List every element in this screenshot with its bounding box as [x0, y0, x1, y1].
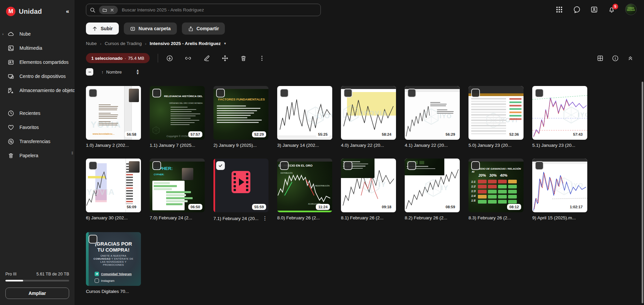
- trash-icon[interactable]: [240, 55, 247, 62]
- notifications-bell-icon[interactable]: 5: [608, 6, 615, 13]
- file-tile[interactable]: 52:29 FACTORES FUNDAMENTALES 2) January …: [213, 86, 268, 148]
- file-tile[interactable]: 58:24 IYOVIA 4.0) January 22 (20...: [341, 86, 396, 148]
- search-scope-chip[interactable]: [99, 6, 118, 14]
- tile-checkbox[interactable]: [535, 161, 544, 170]
- file-tile[interactable]: 56:09 YOVIA 6) January 30 (202...: [86, 159, 141, 221]
- file-tile[interactable]: 08:12 PROMEDIO DE GANANCIAS / RELACIÓN R…: [468, 159, 524, 221]
- sidebar-item-elementos[interactable]: Elementos compartidos: [0, 55, 75, 69]
- tile-checkbox[interactable]: [89, 89, 97, 97]
- file-thumbnail[interactable]: 09:18 IY: [341, 159, 396, 212]
- file-thumbnail[interactable]: 56:58 YOVIAwww.bovedadecu…: [86, 86, 141, 140]
- share-button[interactable]: Compartir: [182, 23, 225, 35]
- file-tile[interactable]: 1:02:17 IYO 9) April 15 (2025).m...: [532, 159, 587, 221]
- file-thumbnail[interactable]: 55:59: [213, 159, 268, 212]
- breadcrumb-parent[interactable]: Cursos de Trading: [105, 41, 142, 46]
- file-thumbnail[interactable]: 52:36 YOVI: [468, 86, 524, 140]
- file-tile[interactable]: 57:57 RELEVANCIA HISTÓRICA DELORÍGENES D…: [150, 86, 205, 148]
- vertical-scrollbar[interactable]: [642, 82, 643, 303]
- devices-icon: [7, 73, 14, 80]
- download-icon[interactable]: [166, 55, 173, 62]
- rename-pencil-icon[interactable]: [203, 55, 210, 62]
- share-icon: [188, 26, 194, 32]
- folder-icon: [102, 8, 107, 12]
- sidebar-collapse-icon[interactable]: «: [66, 8, 69, 15]
- sidebar-item-recientes[interactable]: Recientes: [0, 106, 75, 120]
- sidebar-resize-handle[interactable]: ‖: [71, 150, 73, 156]
- file-thumbnail[interactable]: 56:09 YOVIA: [86, 159, 141, 212]
- close-icon[interactable]: [110, 8, 114, 12]
- tile-checkbox[interactable]: [280, 161, 289, 170]
- avatar[interactable]: CURSOSDIGITALES: [625, 4, 637, 15]
- upgrade-button[interactable]: Ampliar: [5, 288, 69, 299]
- tile-checkbox[interactable]: [152, 161, 161, 170]
- chat-icon[interactable]: [573, 6, 581, 13]
- file-tile[interactable]: 56:58 YOVIAwww.bovedadecu… 1.0) January …: [86, 86, 141, 148]
- new-folder-button[interactable]: Nueva carpeta: [124, 23, 177, 35]
- search-bar[interactable]: [86, 4, 321, 16]
- selection-status-pill: 1 seleccionado · 75.4 MB: [86, 53, 150, 63]
- file-thumbnail[interactable]: 57:57 RELEVANCIA HISTÓRICA DELORÍGENES D…: [150, 86, 205, 140]
- file-tile[interactable]: 55:25 IYOVIA 3) January 14 (202...: [277, 86, 332, 148]
- file-thumbnail[interactable]: 1:02:17 IYO: [532, 159, 587, 212]
- sidebar-item-multimedia[interactable]: Multimedia: [0, 41, 75, 55]
- tile-more-options-icon[interactable]: ⋮: [261, 215, 268, 221]
- tile-checkbox[interactable]: [344, 161, 352, 170]
- mega-logo-icon[interactable]: M: [6, 7, 15, 16]
- tile-checkbox[interactable]: [216, 89, 225, 97]
- file-thumbnail[interactable]: 11:24 DE PRECIO EN EL ORODISTRIBUCIÓNRED…: [277, 159, 332, 212]
- grid-view-icon[interactable]: [597, 55, 604, 62]
- sidebar-item-label: Nube: [19, 31, 31, 37]
- apps-grid-icon[interactable]: [555, 6, 563, 13]
- tile-checkbox[interactable]: [471, 89, 480, 97]
- sort-label[interactable]: Nombre: [106, 70, 122, 75]
- info-icon[interactable]: [612, 55, 619, 62]
- file-tile[interactable]: 06:50 CYPHER:CYPHER: 7.0) February 24 (2…: [150, 159, 205, 221]
- expand-chevron-icon[interactable]: ›: [2, 32, 3, 36]
- tile-checkbox[interactable]: [152, 89, 161, 97]
- move-icon[interactable]: [221, 55, 229, 62]
- select-all-checkbox[interactable]: [86, 68, 93, 76]
- tile-checkbox[interactable]: [280, 89, 289, 97]
- file-tile[interactable]: 52:36 YOVI 5.0) January 23 (20...: [468, 86, 524, 148]
- chevron-down-icon[interactable]: ▾: [224, 41, 226, 46]
- upload-button[interactable]: Subir: [86, 23, 119, 35]
- file-thumbnail[interactable]: 52:29 FACTORES FUNDAMENTALES: [213, 86, 268, 140]
- file-tile[interactable]: 56:29 IYO 4.1) January 22 (20...: [405, 86, 460, 148]
- sidebar-item-papelera[interactable]: Papelera: [0, 148, 75, 163]
- sidebar-item-almacenamiento[interactable]: Almacenamiento de objetos: [0, 83, 75, 97]
- tile-checkbox[interactable]: [89, 235, 97, 244]
- link-icon[interactable]: [185, 55, 192, 62]
- more-options-icon[interactable]: [258, 55, 265, 62]
- file-tile[interactable]: 09:18 IY 8.1) February 26 (2...: [341, 159, 396, 221]
- file-thumbnail[interactable]: ¡GRACIAS PORTU COMPRA!ÚNETE A NUESTRACOM…: [86, 232, 141, 286]
- file-tile[interactable]: 08:59 IY 8.2) February 26 (2...: [405, 159, 460, 221]
- file-thumbnail[interactable]: 55:25 IYOVIA: [277, 86, 332, 140]
- contacts-icon[interactable]: [590, 6, 598, 13]
- file-thumbnail[interactable]: 58:24 IYOVIA: [341, 86, 396, 140]
- tile-checkbox[interactable]: [344, 89, 352, 97]
- tile-checkbox[interactable]: [471, 161, 480, 170]
- tile-checkbox[interactable]: [89, 161, 97, 170]
- search-input[interactable]: [122, 7, 317, 12]
- file-thumbnail[interactable]: 08:12 PROMEDIO DE GANANCIAS / RELACIÓN R…: [468, 159, 524, 212]
- file-tile[interactable]: 11:24 DE PRECIO EN EL ORODISTRIBUCIÓNRED…: [277, 159, 332, 221]
- file-thumbnail[interactable]: 06:50 CYPHER:CYPHER:: [150, 159, 205, 212]
- tile-checkbox[interactable]: [216, 161, 225, 170]
- sort-toggle-icon[interactable]: ▲▼: [136, 69, 140, 75]
- tile-checkbox[interactable]: [407, 89, 416, 97]
- collapse-chevrons-icon[interactable]: [627, 55, 634, 62]
- sidebar-item-centro[interactable]: Centro de dispositivos: [0, 69, 75, 83]
- file-thumbnail[interactable]: 57:43 IYO: [532, 86, 587, 140]
- sidebar-item-nube[interactable]: ›Nube: [0, 27, 75, 41]
- file-thumbnail[interactable]: 08:59 IY: [405, 159, 460, 212]
- file-tile[interactable]: ¡GRACIAS PORTU COMPRA!ÚNETE A NUESTRACOM…: [86, 232, 141, 294]
- file-tile[interactable]: 55:59 7.1) February 24 (20... ⋮: [213, 159, 268, 221]
- tile-checkbox[interactable]: [407, 161, 416, 170]
- file-thumbnail[interactable]: 56:29 IYO: [405, 86, 460, 140]
- breadcrumb-separator: ›: [100, 42, 101, 46]
- breadcrumb-root[interactable]: Nube: [86, 41, 97, 46]
- sidebar-item-transferencias[interactable]: Transferencias: [0, 134, 75, 148]
- sidebar-item-favoritos[interactable]: Favoritos: [0, 120, 75, 134]
- tile-checkbox[interactable]: [535, 89, 544, 97]
- file-tile[interactable]: 57:43 IYO 5.1) January 23 (20...: [532, 86, 587, 148]
